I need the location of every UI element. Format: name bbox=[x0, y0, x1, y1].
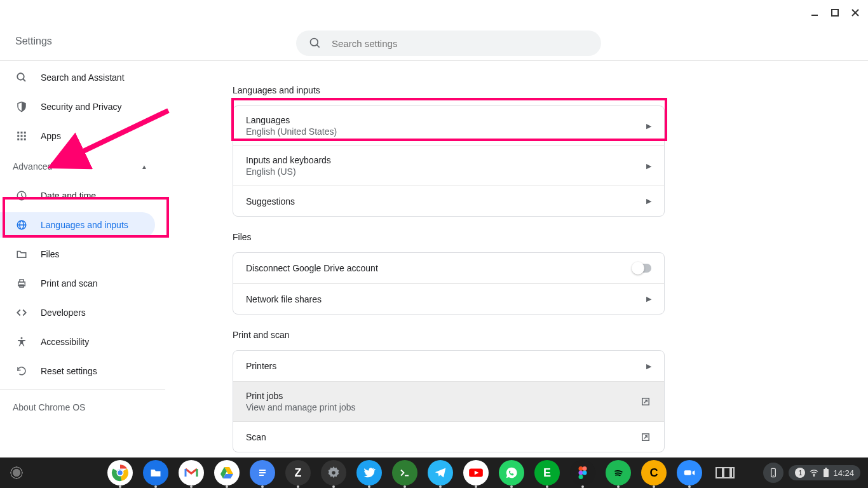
app-figma[interactable] bbox=[570, 460, 595, 485]
app-drive[interactable] bbox=[214, 460, 240, 485]
row-subtitle: English (US) bbox=[246, 166, 331, 177]
toggle-disconnect-drive[interactable] bbox=[632, 264, 651, 273]
sidebar-item-label: Search and Assistant bbox=[41, 72, 125, 83]
chevron-right-icon: ▶ bbox=[646, 295, 651, 303]
app-telegram[interactable] bbox=[428, 460, 453, 485]
row-inputs-keyboards[interactable]: Inputs and keyboards English (US) ▶ bbox=[233, 146, 664, 186]
close-button[interactable] bbox=[848, 5, 863, 20]
sidebar-item-search-assistant[interactable]: Search and Assistant bbox=[0, 65, 155, 90]
search-input[interactable] bbox=[332, 38, 588, 49]
app-zoom[interactable] bbox=[677, 460, 702, 485]
svg-line-5 bbox=[317, 45, 320, 48]
row-suggestions[interactable]: Suggestions ▶ bbox=[233, 186, 664, 216]
apps-icon bbox=[15, 130, 28, 142]
sidebar-item-accessibility[interactable]: Accessibility bbox=[0, 329, 155, 355]
row-title: Suggestions bbox=[246, 196, 295, 207]
sidebar-item-files[interactable]: Files bbox=[0, 241, 155, 267]
wifi-icon bbox=[809, 468, 819, 478]
window-controls bbox=[804, 3, 865, 23]
svg-rect-10 bbox=[24, 132, 26, 133]
svg-point-4 bbox=[311, 39, 318, 46]
sidebar-item-label: Security and Privacy bbox=[41, 102, 122, 112]
section-title-files: Files bbox=[233, 232, 843, 242]
print-icon bbox=[15, 277, 28, 290]
sidebar-item-about-chrome-os[interactable]: About Chrome OS bbox=[0, 395, 165, 420]
svg-point-36 bbox=[579, 466, 583, 471]
row-print-jobs[interactable]: Print jobs View and manage print jobs bbox=[233, 381, 664, 421]
search-box[interactable] bbox=[296, 30, 601, 56]
sidebar-item-label: Accessibility bbox=[41, 337, 89, 347]
sidebar-item-apps[interactable]: Apps bbox=[0, 123, 155, 149]
row-disconnect-drive[interactable]: Disconnect Google Drive account bbox=[233, 253, 664, 283]
sidebar-item-date-time[interactable]: Date and time bbox=[0, 183, 155, 208]
app-c[interactable]: C bbox=[641, 460, 667, 485]
svg-point-33 bbox=[332, 471, 336, 475]
status-area: 1 14:24 bbox=[763, 463, 860, 483]
row-subtitle: English (United States) bbox=[246, 126, 337, 137]
row-title: Scan bbox=[246, 432, 266, 442]
app-youtube[interactable] bbox=[463, 460, 489, 485]
page-title: Settings bbox=[15, 36, 52, 47]
svg-rect-31 bbox=[259, 472, 266, 473]
app-docs[interactable] bbox=[250, 460, 275, 485]
search-icon bbox=[309, 37, 322, 50]
row-printers[interactable]: Printers ▶ bbox=[233, 351, 664, 381]
svg-rect-9 bbox=[21, 132, 23, 133]
row-network-file-shares[interactable]: Network file shares ▶ bbox=[233, 283, 664, 314]
launcher-button[interactable] bbox=[8, 464, 25, 482]
clock-time: 14:24 bbox=[833, 468, 854, 478]
svg-rect-30 bbox=[259, 470, 266, 471]
svg-rect-43 bbox=[724, 468, 730, 478]
section-title-languages: Languages and inputs bbox=[233, 85, 843, 95]
app-overview[interactable] bbox=[712, 460, 738, 485]
sidebar-item-label: Languages and inputs bbox=[41, 220, 128, 230]
svg-point-40 bbox=[579, 475, 583, 479]
minimize-button[interactable] bbox=[807, 5, 822, 20]
row-title: Disconnect Google Drive account bbox=[246, 263, 378, 273]
svg-point-37 bbox=[583, 466, 587, 471]
accessibility-icon bbox=[15, 336, 28, 348]
app-files[interactable] bbox=[143, 460, 168, 485]
app-spotify[interactable] bbox=[606, 460, 631, 485]
shelf: Z E C 1 14:24 bbox=[0, 458, 868, 488]
search-icon bbox=[15, 71, 28, 84]
divider bbox=[0, 389, 165, 390]
app-gmail[interactable] bbox=[179, 460, 204, 485]
svg-line-7 bbox=[23, 79, 25, 81]
svg-point-47 bbox=[814, 475, 815, 476]
phone-hub-button[interactable] bbox=[763, 463, 783, 483]
row-title: Printers bbox=[246, 361, 276, 371]
app-whatsapp[interactable] bbox=[499, 460, 524, 485]
svg-point-6 bbox=[17, 73, 24, 80]
svg-point-38 bbox=[579, 471, 583, 475]
sidebar-item-label: About Chrome OS bbox=[13, 402, 85, 412]
app-settings[interactable] bbox=[321, 460, 346, 485]
status-tray[interactable]: 1 14:24 bbox=[789, 465, 860, 480]
svg-rect-15 bbox=[21, 139, 23, 140]
sidebar-item-languages-inputs[interactable]: Languages and inputs bbox=[0, 212, 155, 238]
sidebar-item-developers[interactable]: Developers bbox=[0, 300, 155, 325]
svg-rect-1 bbox=[832, 10, 838, 16]
chevron-right-icon: ▶ bbox=[646, 362, 651, 370]
row-scan[interactable]: Scan bbox=[233, 421, 664, 452]
maximize-button[interactable] bbox=[827, 5, 843, 20]
app-e[interactable]: E bbox=[534, 460, 560, 485]
sidebar-item-print-scan[interactable]: Print and scan bbox=[0, 271, 155, 296]
sidebar-item-reset-settings[interactable]: Reset settings bbox=[0, 358, 155, 384]
svg-rect-12 bbox=[21, 135, 23, 137]
row-languages[interactable]: Languages English (United States) ▶ bbox=[233, 106, 664, 146]
header-bar: Settings bbox=[0, 0, 868, 61]
app-chrome[interactable] bbox=[107, 460, 133, 485]
sidebar-section-advanced[interactable]: Advanced ▲ bbox=[0, 154, 165, 179]
app-terminal[interactable] bbox=[392, 460, 417, 485]
clock-icon bbox=[15, 189, 28, 202]
app-z[interactable]: Z bbox=[285, 460, 311, 485]
chevron-right-icon: ▶ bbox=[646, 162, 651, 170]
sidebar-item-security-privacy[interactable]: Security and Privacy bbox=[0, 94, 155, 119]
code-icon bbox=[15, 306, 28, 319]
svg-rect-16 bbox=[24, 139, 26, 140]
row-subtitle: View and manage print jobs bbox=[246, 402, 356, 412]
svg-point-24 bbox=[21, 337, 23, 339]
svg-point-28 bbox=[117, 470, 123, 475]
app-twitter[interactable] bbox=[356, 460, 382, 485]
